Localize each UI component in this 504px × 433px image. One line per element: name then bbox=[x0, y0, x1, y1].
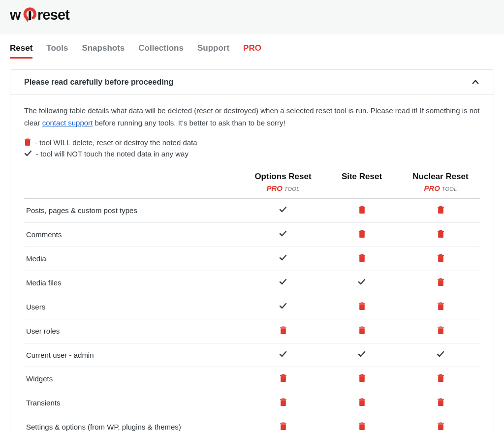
tab-snapshots[interactable]: Snapshots bbox=[82, 43, 125, 59]
column-header: Nuclear Reset bbox=[401, 172, 480, 184]
column-subheader: PRO TOOL bbox=[244, 184, 322, 199]
tab-pro[interactable]: PRO bbox=[243, 43, 261, 59]
cell-trash bbox=[244, 415, 322, 433]
cell-trash bbox=[322, 367, 401, 391]
column-header: Options Reset bbox=[244, 172, 322, 184]
check-icon bbox=[279, 278, 287, 286]
trash-icon bbox=[358, 302, 366, 310]
cell-trash bbox=[401, 391, 480, 415]
trash-icon bbox=[280, 422, 287, 431]
column-subheader bbox=[322, 184, 401, 199]
cell-trash bbox=[322, 319, 401, 343]
check-icon bbox=[279, 206, 287, 214]
check-icon bbox=[279, 350, 287, 358]
table-row: Widgets bbox=[24, 367, 480, 391]
table-row: User roles bbox=[24, 319, 480, 343]
cell-trash bbox=[401, 222, 480, 247]
row-label: Current user - admin bbox=[24, 343, 244, 367]
cell-check bbox=[244, 295, 322, 319]
trash-icon bbox=[437, 206, 444, 214]
table-row: Comments bbox=[24, 222, 480, 247]
card-title: Please read carefully before proceeding bbox=[24, 78, 173, 87]
legend-keep-text: - tool will NOT touch the noted data in … bbox=[36, 150, 189, 158]
cell-trash bbox=[401, 319, 480, 343]
cell-check bbox=[244, 198, 322, 222]
brand-logo: w reset bbox=[10, 7, 94, 24]
trash-icon bbox=[358, 206, 366, 214]
check-icon bbox=[279, 230, 287, 238]
tab-tools[interactable]: Tools bbox=[46, 43, 68, 59]
trash-icon bbox=[437, 398, 444, 406]
column-header: Site Reset bbox=[322, 172, 401, 184]
table-row: Media files bbox=[24, 271, 480, 295]
table-row: Transients bbox=[24, 391, 480, 415]
check-icon bbox=[279, 254, 287, 262]
svg-text:reset: reset bbox=[37, 7, 70, 23]
cell-check bbox=[244, 247, 322, 271]
row-label: Settings & options (from WP, plugins & t… bbox=[24, 415, 244, 433]
trash-icon bbox=[358, 326, 366, 335]
cell-trash bbox=[401, 198, 480, 222]
cell-trash bbox=[322, 295, 401, 319]
tab-reset[interactable]: Reset bbox=[10, 43, 32, 59]
cell-trash bbox=[244, 367, 322, 391]
cell-check bbox=[322, 271, 401, 295]
tab-support[interactable]: Support bbox=[197, 43, 229, 59]
table-row: Users bbox=[24, 295, 480, 319]
check-icon bbox=[437, 350, 444, 358]
trash-icon bbox=[437, 254, 444, 262]
trash-icon bbox=[437, 374, 444, 382]
row-label: Posts, pages & custom post types bbox=[24, 198, 244, 222]
tab-collections[interactable]: Collections bbox=[138, 43, 184, 59]
column-subheader: PRO TOOL bbox=[401, 184, 480, 199]
reset-comparison-table: Options ResetSite ResetNuclear Reset PRO… bbox=[24, 172, 480, 433]
cell-check bbox=[322, 343, 401, 367]
tab-bar: ResetToolsSnapshotsCollectionsSupportPRO bbox=[10, 34, 494, 59]
trash-icon bbox=[358, 230, 366, 238]
card-header-toggle[interactable]: Please read carefully before proceeding bbox=[10, 70, 494, 95]
check-icon bbox=[279, 302, 287, 310]
row-label: User roles bbox=[24, 319, 244, 343]
row-label: Comments bbox=[24, 222, 244, 247]
legend: - tool WILL delete, reset or destroy the… bbox=[24, 138, 480, 158]
check-icon bbox=[358, 350, 366, 358]
row-label: Users bbox=[24, 295, 244, 319]
contact-support-link[interactable]: contact support bbox=[42, 119, 93, 127]
table-row: Current user - admin bbox=[24, 343, 480, 367]
cell-check bbox=[244, 271, 322, 295]
cell-trash bbox=[401, 247, 480, 271]
check-icon bbox=[358, 278, 366, 286]
cell-trash bbox=[401, 271, 480, 295]
intro-text: The following table details what data wi… bbox=[24, 105, 480, 129]
trash-icon bbox=[437, 278, 444, 286]
table-row: Media bbox=[24, 247, 480, 271]
chevron-up-icon bbox=[471, 78, 480, 87]
cell-check bbox=[244, 222, 322, 247]
legend-keep: - tool will NOT touch the noted data in … bbox=[24, 150, 480, 158]
table-row: Settings & options (from WP, plugins & t… bbox=[24, 415, 480, 433]
trash-icon bbox=[358, 374, 366, 382]
cell-trash bbox=[322, 222, 401, 247]
svg-rect-3 bbox=[29, 11, 31, 21]
trash-icon bbox=[358, 398, 366, 406]
check-icon bbox=[24, 150, 32, 157]
row-label: Transients bbox=[24, 391, 244, 415]
cell-trash bbox=[322, 247, 401, 271]
cell-trash bbox=[244, 319, 322, 343]
cell-trash bbox=[401, 295, 480, 319]
cell-trash bbox=[401, 367, 480, 391]
legend-delete: - tool WILL delete, reset or destroy the… bbox=[24, 138, 480, 147]
intro-post: before running any tools. It's better to… bbox=[93, 119, 285, 127]
trash-icon bbox=[280, 398, 287, 406]
warning-card: Please read carefully before proceeding … bbox=[10, 69, 494, 433]
svg-text:w: w bbox=[10, 7, 21, 23]
trash-icon bbox=[24, 138, 31, 146]
cell-trash bbox=[401, 415, 480, 433]
table-row: Posts, pages & custom post types bbox=[24, 198, 480, 222]
trash-icon bbox=[358, 254, 366, 262]
app-header: w reset bbox=[0, 0, 504, 34]
trash-icon bbox=[280, 374, 287, 382]
cell-check bbox=[244, 343, 322, 367]
cell-trash bbox=[322, 198, 401, 222]
trash-icon bbox=[437, 326, 444, 335]
